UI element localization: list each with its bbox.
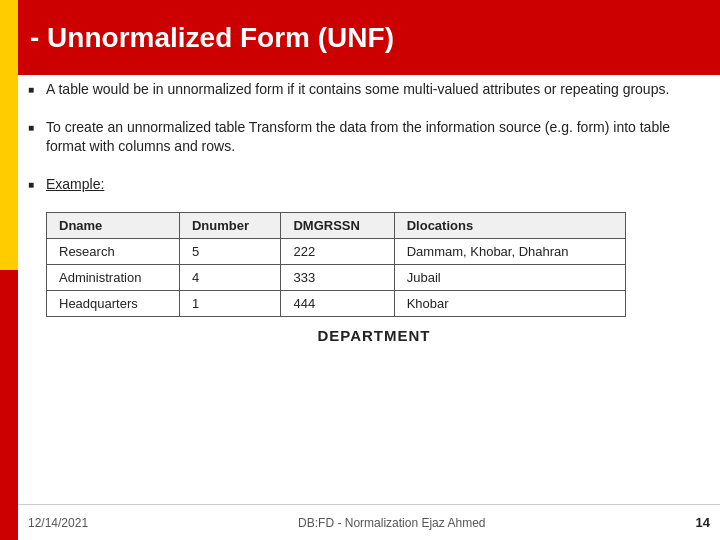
table-header-cell: Dnumber — [179, 213, 281, 239]
bullet-text-1: A table would be in unnormalized form if… — [46, 80, 702, 100]
footer-page: 14 — [696, 515, 710, 530]
footer-date: 12/14/2021 — [28, 516, 88, 530]
department-table: DnameDnumberDMGRSSNDlocationsResearch522… — [46, 212, 626, 317]
table-cell: Administration — [47, 265, 180, 291]
table-cell: 5 — [179, 239, 281, 265]
bullet-marker-2: ■ — [28, 121, 46, 135]
table-row: Headquarters1444Khobar — [47, 291, 626, 317]
header-bar: - Unnormalized Form (UNF) — [0, 0, 720, 75]
table-cell: Research — [47, 239, 180, 265]
table-cell: Headquarters — [47, 291, 180, 317]
table-cell: Khobar — [394, 291, 625, 317]
table-cell: 1 — [179, 291, 281, 317]
bullet-text-3: Example: — [46, 175, 702, 195]
bullet-marker-1: ■ — [28, 83, 46, 97]
table-header-cell: Dlocations — [394, 213, 625, 239]
table-cell: 222 — [281, 239, 394, 265]
table-cell: 4 — [179, 265, 281, 291]
table-cell: 333 — [281, 265, 394, 291]
bullet-list: ■ A table would be in unnormalized form … — [28, 80, 702, 194]
accent-top — [0, 0, 18, 270]
bullet-text-2: To create an unnormalized table Transfor… — [46, 118, 702, 157]
bullet-item-3: ■ Example: — [28, 175, 702, 195]
table-caption: DEPARTMENT — [46, 327, 702, 344]
table-header-cell: Dname — [47, 213, 180, 239]
table-container: DnameDnumberDMGRSSNDlocationsResearch522… — [46, 212, 702, 344]
accent-bottom — [0, 270, 18, 540]
footer-center: DB:FD - Normalization Ejaz Ahmed — [298, 516, 485, 530]
bullet-item-1: ■ A table would be in unnormalized form … — [28, 80, 702, 100]
table-cell: 444 — [281, 291, 394, 317]
table-row: Administration4333Jubail — [47, 265, 626, 291]
slide: - Unnormalized Form (UNF) ■ A table woul… — [0, 0, 720, 540]
table-row: Research5222Dammam, Khobar, Dhahran — [47, 239, 626, 265]
table-cell: Dammam, Khobar, Dhahran — [394, 239, 625, 265]
accent-bar — [0, 0, 18, 540]
bullet-marker-3: ■ — [28, 178, 46, 192]
slide-title: - Unnormalized Form (UNF) — [30, 22, 394, 54]
table-header-cell: DMGRSSN — [281, 213, 394, 239]
content-area: ■ A table would be in unnormalized form … — [28, 80, 702, 500]
footer: 12/14/2021 DB:FD - Normalization Ejaz Ah… — [18, 504, 720, 540]
table-cell: Jubail — [394, 265, 625, 291]
bullet-item-2: ■ To create an unnormalized table Transf… — [28, 118, 702, 157]
